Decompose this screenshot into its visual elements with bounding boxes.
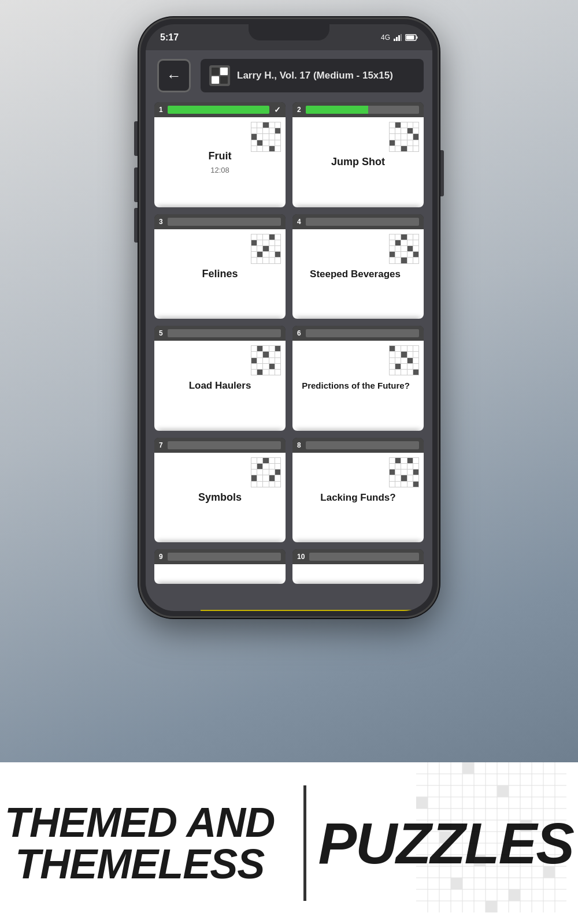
icon-cell-2: [220, 68, 228, 75]
icon-cell-1: [212, 68, 219, 75]
svg-rect-32: [543, 866, 555, 878]
svg-rect-39: [401, 34, 402, 41]
card-number-4: 4: [297, 218, 301, 226]
banner-divider: [303, 785, 306, 901]
svg-rect-35: [486, 901, 497, 912]
mini-grid-7: [251, 457, 281, 487]
card-time-1: 12:08: [209, 166, 232, 174]
mini-grid-2: [389, 122, 419, 152]
puzzle-grid: 1 ✓ Fruit: [154, 102, 424, 605]
app-content: ← Larry H., Vol. 17 (Medium - 15x15): [146, 50, 432, 611]
card-header-3: 3: [154, 214, 286, 229]
svg-rect-36: [394, 39, 395, 41]
card-number-5: 5: [159, 329, 163, 337]
svg-rect-34: [451, 878, 462, 889]
puzzle-card-4[interactable]: 4 Steeped Beverages: [292, 214, 424, 319]
card-number-2: 2: [297, 106, 301, 114]
svg-rect-42: [406, 35, 414, 39]
svg-rect-31: [474, 855, 486, 866]
card-number-9: 9: [159, 553, 163, 561]
card-progress-4: [306, 218, 419, 226]
mini-grid-8: [389, 457, 419, 487]
card-progress-2: [306, 106, 419, 114]
phone-screen: 5:17 4G ←: [146, 24, 432, 611]
card-name-7: Symbols: [198, 491, 242, 504]
puzzle-card-1[interactable]: 1 ✓ Fruit: [154, 102, 286, 207]
card-name-2: Jump Shot: [331, 156, 385, 168]
card-header-7: 7: [154, 438, 286, 453]
card-header-1: 1 ✓: [154, 102, 286, 117]
card-body-1: Fruit 12:08: [154, 117, 286, 207]
card-header-10: 10: [292, 549, 424, 564]
puzzle-card-9[interactable]: 9: [154, 549, 286, 584]
status-icons: 4G: [381, 33, 418, 42]
card-progress-7: [168, 441, 281, 449]
puzzle-card-5[interactable]: 5 Load Haulers: [154, 326, 286, 431]
signal-icon: [394, 34, 402, 41]
mini-grid-1: [251, 122, 281, 152]
checkmark-icon-1: ✓: [274, 105, 281, 114]
card-progress-5: [168, 329, 281, 337]
svg-rect-1: [416, 762, 566, 912]
card-progress-1: [168, 106, 269, 114]
puzzle-card-3[interactable]: 3 Felines: [154, 214, 286, 319]
card-progress-9: [168, 553, 281, 561]
puzzle-card-8[interactable]: 8 Lacking Funds?: [292, 438, 424, 543]
icon-cell-4: [220, 76, 228, 84]
card-number-8: 8: [297, 441, 301, 449]
card-body-3: Felines: [154, 229, 286, 319]
card-number-3: 3: [159, 218, 163, 226]
title-underline: [201, 610, 424, 611]
card-header-8: 8: [292, 438, 424, 453]
card-body-2: Jump Shot: [292, 117, 424, 207]
card-header-5: 5: [154, 326, 286, 341]
puzzle-card-7[interactable]: 7 Symbols: [154, 438, 286, 543]
back-button[interactable]: ←: [157, 59, 191, 92]
card-name-6: Predictions of the Future?: [302, 380, 410, 392]
phone-notch: [249, 24, 329, 40]
svg-rect-33: [509, 889, 520, 901]
card-progress-8: [306, 441, 419, 449]
card-progress-3: [168, 218, 281, 226]
bg-crossword-grid: [416, 762, 566, 912]
card-header-9: 9: [154, 549, 286, 564]
card-name-5: Load Haulers: [189, 380, 251, 392]
card-body-9: [154, 564, 286, 584]
mini-grid-5: [251, 345, 281, 375]
puzzle-card-10[interactable]: 10: [292, 549, 424, 584]
card-body-5: Load Haulers: [154, 341, 286, 431]
svg-rect-26: [416, 797, 428, 808]
card-number-6: 6: [297, 329, 301, 337]
card-header-6: 6: [292, 326, 424, 341]
card-number-7: 7: [159, 441, 163, 449]
back-arrow-icon: ←: [166, 67, 181, 85]
card-number-1: 1: [159, 106, 163, 114]
card-progress-10: [309, 553, 419, 561]
volume-title: Larry H., Vol. 17 (Medium - 15x15): [237, 70, 393, 81]
battery-icon: [405, 34, 418, 41]
card-body-7: Symbols: [154, 453, 286, 543]
banner-left-text: THEMED ANDTHEMELESS: [5, 802, 292, 885]
card-name-3: Felines: [202, 268, 238, 280]
card-header-2: 2: [292, 102, 424, 117]
card-body-6: Predictions of the Future?: [292, 341, 424, 431]
card-number-10: 10: [297, 553, 305, 561]
mini-grid-6: [389, 345, 419, 375]
svg-rect-27: [462, 762, 474, 774]
card-body-10: [292, 564, 424, 584]
card-body-4: Steeped Beverages: [292, 229, 424, 319]
card-progress-6: [306, 329, 419, 337]
puzzle-card-6[interactable]: 6 Predictions of the Future?: [292, 326, 424, 431]
svg-rect-41: [417, 36, 418, 39]
title-bar: Larry H., Vol. 17 (Medium - 15x15): [201, 59, 424, 92]
svg-rect-30: [520, 820, 532, 832]
svg-rect-38: [398, 35, 400, 41]
card-body-8: Lacking Funds?: [292, 453, 424, 543]
card-name-4: Steeped Beverages: [310, 268, 401, 280]
title-grid-icon: [209, 65, 230, 86]
puzzle-card-2[interactable]: 2 Jump Shot: [292, 102, 424, 207]
mini-grid-3: [251, 234, 281, 264]
signal-text: 4G: [381, 33, 390, 42]
phone-shell: 5:17 4G ←: [139, 17, 439, 618]
card-name-8: Lacking Funds?: [320, 492, 395, 504]
